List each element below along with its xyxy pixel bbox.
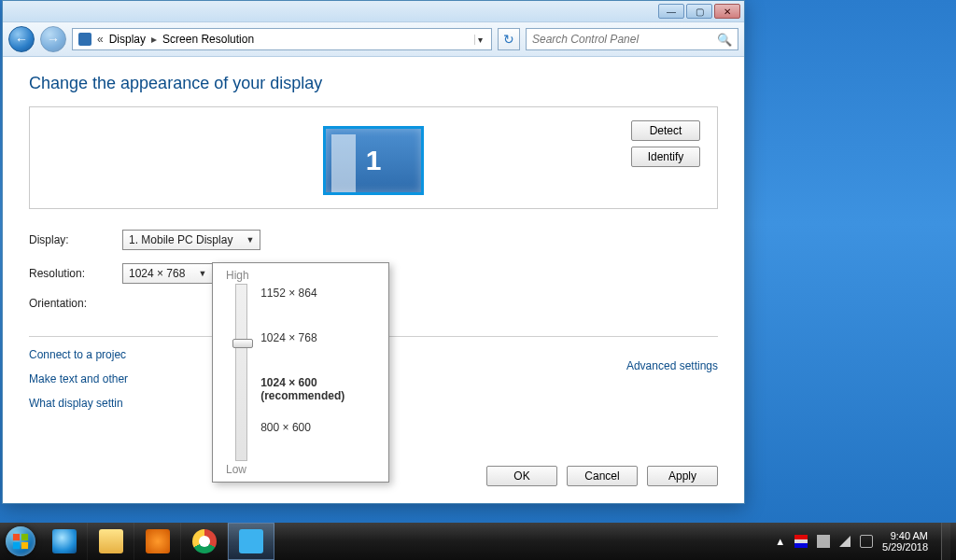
- volume-icon[interactable]: [860, 535, 873, 548]
- apply-button[interactable]: Apply: [647, 466, 718, 486]
- resolution-option-recommended[interactable]: 956 × 560 (recommended): [260, 376, 375, 421]
- taskbar-pin-explorer[interactable]: [88, 523, 134, 560]
- chevron-down-icon: ▼: [246, 235, 254, 245]
- network-icon[interactable]: [839, 536, 851, 547]
- clock-date: 5/29/2018: [882, 541, 928, 553]
- search-box[interactable]: 🔍: [526, 28, 738, 50]
- refresh-button[interactable]: ↻: [498, 28, 520, 50]
- taskbar-pin-chrome[interactable]: [181, 523, 228, 560]
- resolution-option[interactable]: 1024 × 768: [260, 331, 375, 376]
- back-button[interactable]: ←: [8, 26, 35, 52]
- address-dropdown-icon[interactable]: ▾: [474, 35, 485, 45]
- orientation-label: Orientation:: [29, 297, 122, 310]
- window-titlebar: — ▢ ✕: [3, 1, 744, 21]
- action-center-icon[interactable]: [794, 535, 808, 548]
- ie-icon: [52, 529, 77, 553]
- advanced-settings-link[interactable]: Advanced settings: [626, 359, 718, 372]
- resolution-slider-popup: High Low 1152 × 864 1024 × 768 1024 × 60…: [212, 262, 389, 483]
- resolution-slider[interactable]: [235, 284, 247, 461]
- resolution-select[interactable]: 1024 × 768 ▼: [122, 263, 218, 284]
- breadcrumb-leaf[interactable]: Screen Resolution: [162, 33, 254, 46]
- svg-rect-0: [13, 534, 20, 540]
- chevron-right-icon: ▸: [151, 33, 157, 46]
- minimize-button[interactable]: —: [658, 4, 684, 19]
- display-select-value: 1. Mobile PC Display: [129, 233, 232, 246]
- control-panel-window: — ▢ ✕ ← → « Display ▸ Screen Resolution …: [2, 0, 745, 504]
- display-select[interactable]: 1. Mobile PC Display ▼: [122, 230, 260, 250]
- control-panel-icon: [239, 529, 263, 553]
- power-icon[interactable]: [817, 535, 830, 548]
- resolution-option[interactable]: 1152 × 864: [260, 287, 375, 331]
- close-button[interactable]: ✕: [714, 4, 740, 19]
- nav-toolbar: ← → « Display ▸ Screen Resolution ▾ ↻ 🔍: [3, 21, 744, 57]
- taskbar-pin-media-player[interactable]: [134, 523, 181, 560]
- taskbar: ▲ 9:40 AM 5/29/2018: [0, 523, 956, 560]
- display-preview: 1 Detect Identify: [29, 106, 718, 209]
- folder-icon: [99, 529, 123, 553]
- tray-overflow-icon[interactable]: ▲: [775, 536, 785, 547]
- svg-rect-2: [13, 542, 20, 549]
- maximize-button[interactable]: ▢: [686, 4, 712, 19]
- identify-button[interactable]: Identify: [631, 147, 700, 167]
- ok-button[interactable]: OK: [486, 466, 557, 486]
- resolution-option[interactable]: 800 × 600: [260, 421, 375, 466]
- resolution-select-value: 1024 × 768: [129, 267, 185, 280]
- chrome-icon: [192, 529, 217, 553]
- resolution-label: Resolution:: [29, 267, 122, 280]
- slider-thumb[interactable]: [232, 339, 253, 348]
- display-icon: [78, 33, 91, 46]
- chevron-down-icon: ▼: [198, 269, 206, 278]
- slider-label-high: High: [226, 269, 249, 282]
- cancel-button[interactable]: Cancel: [567, 466, 638, 486]
- clock-time: 9:40 AM: [882, 530, 928, 541]
- windows-logo-icon: [6, 526, 35, 556]
- path-prefix: «: [97, 33, 104, 46]
- address-bar[interactable]: « Display ▸ Screen Resolution ▾: [72, 28, 492, 50]
- detect-button[interactable]: Detect: [631, 120, 700, 141]
- svg-rect-1: [21, 534, 28, 540]
- taskbar-clock[interactable]: 9:40 AM 5/29/2018: [882, 530, 928, 553]
- taskbar-pin-control-panel[interactable]: [228, 523, 274, 560]
- svg-rect-3: [21, 542, 28, 549]
- monitor-thumbnail[interactable]: 1: [323, 126, 424, 195]
- search-input[interactable]: [532, 33, 717, 46]
- breadcrumb-root[interactable]: Display: [109, 33, 146, 46]
- forward-button[interactable]: →: [40, 26, 66, 52]
- media-player-icon: [146, 529, 170, 553]
- search-icon[interactable]: 🔍: [717, 33, 732, 47]
- taskbar-pin-ie[interactable]: [41, 523, 88, 560]
- show-desktop-button[interactable]: [941, 523, 950, 560]
- slider-label-low: Low: [226, 463, 246, 476]
- start-button[interactable]: [0, 523, 41, 560]
- page-title: Change the appearance of your display: [29, 74, 718, 93]
- display-label: Display:: [29, 233, 122, 246]
- system-tray: ▲ 9:40 AM 5/29/2018: [769, 523, 956, 560]
